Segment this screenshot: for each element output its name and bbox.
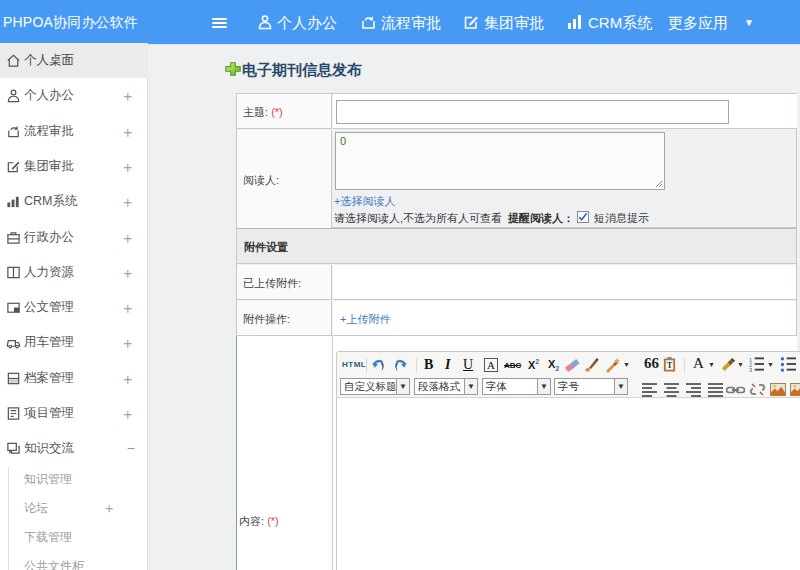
svg-text:3: 3 [749,367,752,372]
svg-text:T: T [667,360,673,370]
